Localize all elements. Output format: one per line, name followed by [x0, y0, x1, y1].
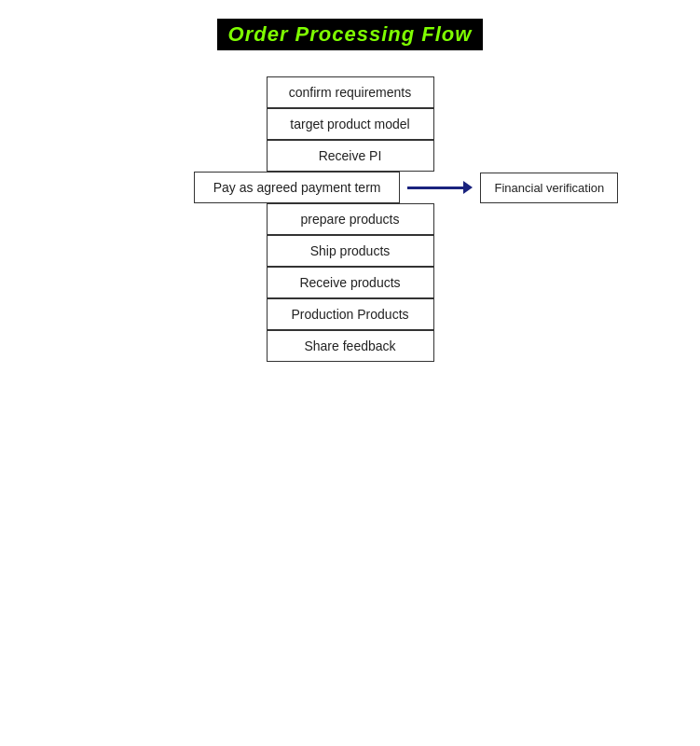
page-container: Order Processing Flow confirm requiremen…: [0, 0, 700, 746]
node-prepare: prepare products: [267, 203, 434, 235]
node-receive-pi: Receive PI: [267, 140, 434, 172]
flow-container: confirm requirements target product mode…: [0, 76, 700, 362]
node-feedback: Share feedback: [267, 330, 434, 362]
node-receive-products: Receive products: [267, 267, 434, 298]
node-ship: Ship products: [267, 235, 434, 267]
node-pay: Pay as agreed payment term: [194, 172, 401, 203]
node-financial: Financial verification: [480, 173, 618, 203]
node-confirm: confirm requirements: [267, 76, 434, 108]
horizontal-arrow: [407, 181, 473, 194]
pay-row: Pay as agreed payment term Financial ver…: [0, 172, 700, 203]
h-arrow-line: [407, 186, 463, 189]
h-arrow-head: [463, 181, 473, 194]
node-target: target product model: [267, 108, 434, 140]
title-box: Order Processing Flow: [217, 19, 484, 50]
page-title: Order Processing Flow: [228, 22, 473, 46]
node-production: Production Products: [267, 298, 434, 330]
